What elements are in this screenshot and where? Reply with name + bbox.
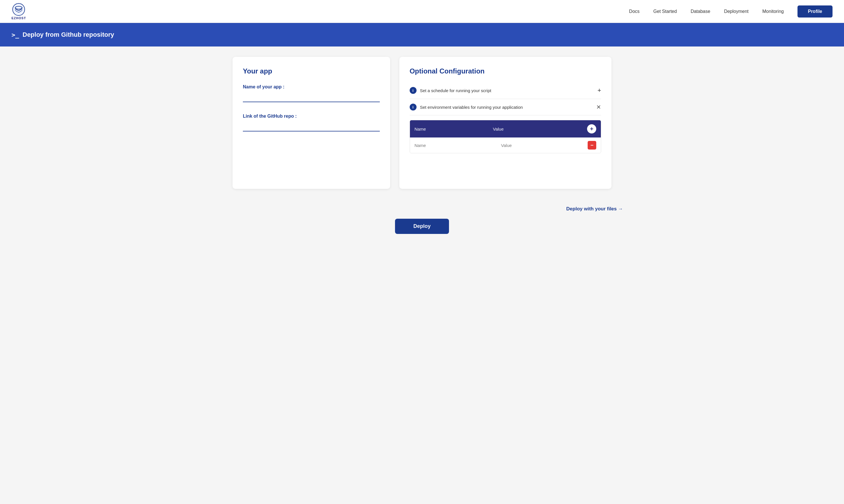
env-vars-close-button[interactable]: ✕ xyxy=(596,104,601,110)
nav-get-started[interactable]: Get Started xyxy=(653,9,677,14)
app-name-input[interactable] xyxy=(243,92,380,102)
nav-monitoring[interactable]: Monitoring xyxy=(762,9,784,14)
deploy-with-files-container: Deploy with your files → xyxy=(221,206,623,212)
app-name-label: Name of your app : xyxy=(243,84,380,90)
your-app-title: Your app xyxy=(243,67,380,75)
profile-button[interactable]: Profile xyxy=(797,5,832,18)
env-col-value-header: Value xyxy=(493,127,587,131)
repo-link-group: Link of the GitHub repo : xyxy=(243,114,380,141)
env-add-row-button[interactable]: + xyxy=(587,124,596,133)
nav-deployment[interactable]: Deployment xyxy=(724,9,749,14)
nav-database[interactable]: Database xyxy=(691,9,711,14)
bottom-area: Deploy with your files → Deploy xyxy=(0,199,844,246)
repo-link-input[interactable] xyxy=(243,121,380,131)
app-name-group: Name of your app : xyxy=(243,84,380,111)
nav-docs[interactable]: Docs xyxy=(629,9,639,14)
schedule-row: i Set a schedule for running your script… xyxy=(410,82,601,99)
env-vars-info-icon: i xyxy=(410,104,416,110)
terminal-icon: >_ xyxy=(12,31,19,38)
main-content: Your app Name of your app : Link of the … xyxy=(221,47,623,199)
schedule-row-text: Set a schedule for running your script xyxy=(420,88,491,93)
env-vars-table: Name Value + − xyxy=(410,120,601,153)
optional-config-card: Optional Configuration i Set a schedule … xyxy=(399,57,611,189)
schedule-info-icon: i xyxy=(410,87,416,94)
nav: Docs Get Started Database Deployment Mon… xyxy=(629,5,832,18)
env-value-input[interactable] xyxy=(501,143,585,148)
env-vars-row: i Set environment variables for running … xyxy=(410,99,601,115)
repo-link-label: Link of the GitHub repo : xyxy=(243,114,380,119)
your-app-card: Your app Name of your app : Link of the … xyxy=(233,57,390,189)
env-col-name-header: Name xyxy=(415,127,493,131)
env-remove-row-button[interactable]: − xyxy=(588,141,596,149)
env-name-input[interactable] xyxy=(415,143,499,148)
schedule-row-left: i Set a schedule for running your script xyxy=(410,87,491,94)
page-title: Deploy from Github repository xyxy=(23,31,114,38)
logo-text: EZHOST xyxy=(12,16,26,20)
header: EZHOST Docs Get Started Database Deploym… xyxy=(0,0,844,23)
env-vars-row-text: Set environment variables for running yo… xyxy=(420,105,523,110)
page-title-bar: >_ Deploy from Github repository xyxy=(0,23,844,47)
deploy-button[interactable]: Deploy xyxy=(395,219,449,234)
env-vars-row-left: i Set environment variables for running … xyxy=(410,104,523,110)
env-table-header: Name Value + xyxy=(410,120,601,138)
logo: EZHOST xyxy=(12,3,26,20)
schedule-add-button[interactable]: + xyxy=(597,87,601,94)
logo-icon xyxy=(12,3,25,16)
deploy-with-files-link[interactable]: Deploy with your files → xyxy=(567,206,623,212)
env-table-row: − xyxy=(410,138,601,153)
optional-config-title: Optional Configuration xyxy=(410,67,601,75)
